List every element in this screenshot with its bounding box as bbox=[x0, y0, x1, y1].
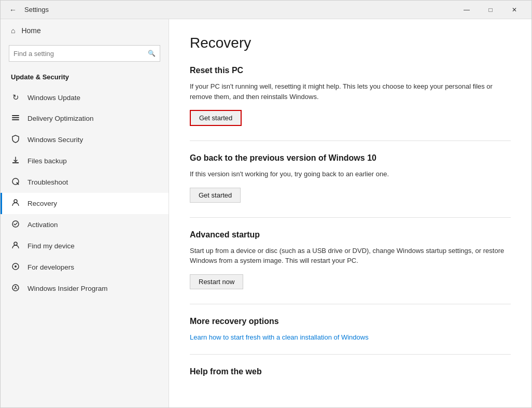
svg-point-9 bbox=[15, 265, 17, 268]
windows-insider-icon bbox=[11, 284, 20, 293]
reset-pc-desc: If your PC isn't running well, resetting… bbox=[190, 81, 511, 102]
sidebar-item-delivery-optimization[interactable]: Delivery Optimization bbox=[1, 108, 169, 129]
sidebar-item-find-my-device[interactable]: Find my device bbox=[1, 235, 169, 257]
sidebar-item-label: Files backup bbox=[27, 157, 67, 165]
sidebar-item-label: Activation bbox=[27, 221, 58, 229]
svg-rect-2 bbox=[12, 119, 19, 120]
svg-point-5 bbox=[14, 200, 17, 203]
go-back-get-started-button[interactable]: Get started bbox=[190, 188, 241, 203]
back-button[interactable]: ← bbox=[6, 3, 20, 17]
svg-point-11 bbox=[15, 286, 17, 288]
advanced-startup-title: Advanced startup bbox=[190, 230, 511, 240]
clean-install-link[interactable]: Learn how to start fresh with a clean in… bbox=[190, 333, 369, 341]
divider-4 bbox=[190, 354, 511, 355]
activation-icon bbox=[11, 220, 20, 230]
divider-3 bbox=[190, 304, 511, 304]
troubleshoot-icon bbox=[11, 177, 20, 187]
sidebar-item-label: Windows Insider Program bbox=[27, 285, 108, 292]
divider-2 bbox=[190, 217, 511, 218]
sidebar-item-label: For developers bbox=[27, 263, 74, 271]
sidebar-item-label: Delivery Optimization bbox=[27, 115, 94, 122]
help-section-title: Help from the web bbox=[190, 367, 511, 376]
title-bar: ← Settings — □ ✕ bbox=[1, 1, 531, 19]
home-label: Home bbox=[21, 26, 40, 35]
for-developers-icon bbox=[11, 262, 20, 272]
close-button[interactable]: ✕ bbox=[502, 1, 526, 19]
sidebar-item-windows-update[interactable]: ↻ Windows Update bbox=[1, 87, 169, 108]
go-back-section: Go back to the previous version of Windo… bbox=[190, 153, 511, 217]
recovery-icon bbox=[11, 199, 20, 208]
sidebar-item-recovery[interactable]: Recovery bbox=[1, 193, 169, 214]
settings-window: ← Settings — □ ✕ ⌂ Home 🔍 Update & Secur… bbox=[0, 0, 532, 408]
sidebar-item-activation[interactable]: Activation bbox=[1, 214, 169, 235]
more-recovery-section: More recovery options Learn how to start… bbox=[190, 317, 511, 342]
sidebar-item-windows-security[interactable]: Windows Security bbox=[1, 129, 169, 150]
content-area: ⌂ Home 🔍 Update & Security ↻ Windows Upd… bbox=[1, 19, 531, 407]
sidebar-item-label: Troubleshoot bbox=[27, 178, 68, 186]
sidebar-item-label: Recovery bbox=[27, 200, 57, 207]
search-box[interactable]: 🔍 bbox=[9, 45, 160, 62]
main-content: Recovery Reset this PC If your PC isn't … bbox=[169, 19, 531, 407]
sidebar-item-troubleshoot[interactable]: Troubleshoot bbox=[1, 172, 169, 193]
sidebar-item-label: Find my device bbox=[27, 242, 75, 250]
advanced-startup-section: Advanced startup Start up from a device … bbox=[190, 230, 511, 304]
more-recovery-title: More recovery options bbox=[190, 317, 511, 326]
search-icon: 🔍 bbox=[148, 50, 156, 57]
window-title: Settings bbox=[24, 6, 455, 13]
sidebar-item-for-developers[interactable]: For developers bbox=[1, 257, 169, 278]
maximize-button[interactable]: □ bbox=[479, 1, 502, 19]
reset-pc-title: Reset this PC bbox=[190, 66, 511, 75]
sidebar-item-windows-insider[interactable]: Windows Insider Program bbox=[1, 278, 169, 299]
svg-rect-1 bbox=[12, 117, 19, 118]
sidebar: ⌂ Home 🔍 Update & Security ↻ Windows Upd… bbox=[1, 19, 169, 407]
files-backup-icon bbox=[11, 156, 20, 166]
reset-pc-section: Reset this PC If your PC isn't running w… bbox=[190, 66, 511, 140]
svg-point-7 bbox=[14, 242, 17, 245]
reset-pc-get-started-button[interactable]: Get started bbox=[190, 110, 242, 126]
advanced-startup-desc: Start up from a device or disc (such as … bbox=[190, 246, 511, 266]
help-section: Help from the web bbox=[190, 367, 511, 376]
sidebar-item-files-backup[interactable]: Files backup bbox=[1, 150, 169, 172]
windows-update-icon: ↻ bbox=[11, 93, 20, 102]
minimize-button[interactable]: — bbox=[455, 1, 479, 19]
search-input[interactable] bbox=[13, 50, 148, 58]
go-back-title: Go back to the previous version of Windo… bbox=[190, 153, 511, 163]
restart-now-button[interactable]: Restart now bbox=[190, 274, 243, 289]
home-icon: ⌂ bbox=[11, 26, 15, 35]
divider-1 bbox=[190, 140, 511, 141]
go-back-desc: If this version isn't working for you, t… bbox=[190, 169, 511, 179]
page-title: Recovery bbox=[190, 35, 511, 51]
window-controls: — □ ✕ bbox=[455, 1, 526, 19]
find-my-device-icon bbox=[11, 241, 20, 251]
sidebar-item-home[interactable]: ⌂ Home bbox=[1, 19, 169, 42]
sidebar-item-label: Windows Security bbox=[27, 136, 83, 144]
sidebar-item-label: Windows Update bbox=[27, 94, 80, 102]
windows-security-icon bbox=[11, 135, 20, 145]
sidebar-section-title: Update & Security bbox=[1, 69, 169, 87]
svg-rect-0 bbox=[12, 115, 19, 116]
delivery-optimization-icon bbox=[11, 114, 20, 123]
